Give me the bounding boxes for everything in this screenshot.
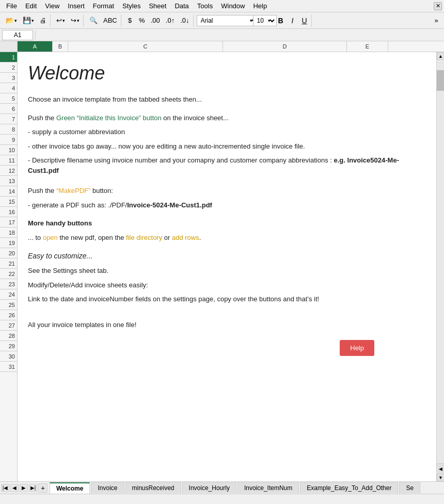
row-header-26[interactable]: 26 bbox=[0, 310, 17, 320]
row-header-31[interactable]: 31 bbox=[0, 362, 17, 372]
menu-format[interactable]: Format bbox=[89, 1, 118, 11]
add-sheet-button[interactable]: + bbox=[38, 483, 47, 493]
row-headers: 1 2 3 4 5 6 7 8 9 10 11 12 13 14 15 16 1… bbox=[0, 52, 18, 481]
col-header-D[interactable]: D bbox=[223, 41, 347, 52]
tab-se[interactable]: Se bbox=[399, 482, 420, 493]
menu-view[interactable]: View bbox=[41, 1, 64, 11]
row-header-29[interactable]: 29 bbox=[0, 341, 17, 351]
sheet-tabs-bar: |◀ ◀ ▶ ▶| + Welcome Invoice minusReceive… bbox=[0, 481, 444, 494]
row-header-13[interactable]: 13 bbox=[0, 176, 17, 186]
row-header-8[interactable]: 8 bbox=[0, 124, 17, 135]
row-header-6[interactable]: 6 bbox=[0, 104, 17, 114]
row-header-30[interactable]: 30 bbox=[0, 351, 17, 362]
section1-label: Push the bbox=[28, 114, 56, 122]
row-header-1[interactable]: 1 bbox=[0, 52, 17, 62]
decimal-button[interactable]: .00 bbox=[148, 14, 163, 27]
open-button[interactable]: 📂▾ bbox=[3, 14, 20, 27]
print-button[interactable]: 🖨 bbox=[37, 14, 49, 27]
tab-last-button[interactable]: ▶| bbox=[29, 484, 37, 492]
font-size-select[interactable]: 10 bbox=[253, 15, 277, 26]
col-header-B[interactable]: B bbox=[53, 41, 68, 52]
row-header-11[interactable]: 11 bbox=[0, 155, 17, 166]
tab-invoice-itemnum[interactable]: Invoice_ItemNum bbox=[237, 482, 299, 493]
menu-file[interactable]: File bbox=[2, 1, 21, 11]
intro-text: Choose an invoice template from the tabb… bbox=[28, 94, 426, 105]
scroll-thumb[interactable] bbox=[437, 70, 444, 91]
menu-sheet[interactable]: Sheet bbox=[145, 1, 170, 11]
row-header-14[interactable]: 14 bbox=[0, 186, 17, 197]
save-button[interactable]: 💾▾ bbox=[20, 14, 37, 27]
row-header-22[interactable]: 22 bbox=[0, 269, 17, 279]
style-toolbar-group: B I U bbox=[274, 14, 312, 27]
scroll-track[interactable] bbox=[437, 60, 444, 463]
row-header-2[interactable]: 2 bbox=[0, 62, 17, 73]
tab-welcome[interactable]: Welcome bbox=[50, 482, 90, 494]
more-toolbar-button[interactable]: » bbox=[431, 14, 442, 27]
col-header-E[interactable]: E bbox=[347, 41, 388, 52]
row-header-18[interactable]: 18 bbox=[0, 227, 17, 238]
menu-data[interactable]: Data bbox=[170, 1, 193, 11]
tab-next-button[interactable]: ▶ bbox=[20, 484, 28, 492]
row-header-25[interactable]: 25 bbox=[0, 300, 17, 310]
resize-handle[interactable]: ◀ bbox=[437, 463, 444, 474]
row-header-24[interactable]: 24 bbox=[0, 289, 17, 300]
tab-prev-button[interactable]: ◀ bbox=[10, 484, 19, 492]
row-header-23[interactable]: 23 bbox=[0, 279, 17, 289]
file-toolbar-group: 📂▾ 💾▾ 🖨 bbox=[2, 14, 51, 27]
row-header-3[interactable]: 3 bbox=[0, 73, 17, 83]
bold-button[interactable]: B bbox=[275, 14, 287, 27]
font-dropdown-icon: ▾ bbox=[250, 18, 252, 23]
row-header-15[interactable]: 15 bbox=[0, 197, 17, 207]
row-header-28[interactable]: 28 bbox=[0, 331, 17, 341]
row-header-20[interactable]: 20 bbox=[0, 248, 17, 258]
redo-button[interactable]: ↪▾ bbox=[68, 14, 82, 27]
find-button[interactable]: 🔍 bbox=[87, 14, 100, 27]
scroll-up-button[interactable]: ▲ bbox=[437, 52, 444, 60]
undo-button[interactable]: ↩▾ bbox=[54, 14, 68, 27]
currency-button[interactable]: $ bbox=[124, 14, 136, 27]
row-header-27[interactable]: 27 bbox=[0, 320, 17, 331]
formula-bar bbox=[0, 29, 444, 41]
help-button[interactable]: Help bbox=[340, 340, 374, 356]
menu-styles[interactable]: Styles bbox=[118, 1, 145, 11]
col-header-A[interactable]: A bbox=[18, 41, 53, 52]
menu-tools[interactable]: Tools bbox=[193, 1, 217, 11]
menu-window[interactable]: Window bbox=[217, 1, 249, 11]
tab-first-button[interactable]: |◀ bbox=[1, 484, 9, 492]
underline-button[interactable]: U bbox=[299, 14, 310, 27]
menu-edit[interactable]: Edit bbox=[21, 1, 41, 11]
row-header-4[interactable]: 4 bbox=[0, 83, 17, 93]
row-header-16[interactable]: 16 bbox=[0, 207, 17, 217]
tab-example-easy[interactable]: Example_Easy_To_Add_Other bbox=[300, 482, 398, 493]
easy-section: Easy to customize... See the Settings sh… bbox=[28, 251, 426, 304]
menu-insert[interactable]: Insert bbox=[64, 1, 89, 11]
row-header-19[interactable]: 19 bbox=[0, 238, 17, 248]
open-link: open bbox=[43, 234, 58, 241]
col-header-C[interactable]: C bbox=[68, 41, 223, 52]
row-header-7[interactable]: 7 bbox=[0, 114, 17, 124]
tab-invoice-hourly[interactable]: Invoice_Hourly bbox=[182, 482, 236, 493]
spelling-button[interactable]: ABC bbox=[101, 14, 120, 27]
row-header-9[interactable]: 9 bbox=[0, 135, 17, 145]
menu-help[interactable]: Help bbox=[249, 1, 271, 11]
row-header-12[interactable]: 12 bbox=[0, 166, 17, 176]
italic-button[interactable]: I bbox=[287, 14, 298, 27]
percent-button[interactable]: % bbox=[136, 14, 148, 27]
row-header-21[interactable]: 21 bbox=[0, 258, 17, 269]
modify-text: Modify/Delete/Add invoice sheets easily: bbox=[28, 280, 426, 290]
row-header-17[interactable]: 17 bbox=[0, 217, 17, 227]
search-toolbar-group: 🔍 ABC bbox=[86, 14, 121, 27]
tab-invoice[interactable]: Invoice bbox=[91, 482, 124, 493]
spreadsheet-container: A B C D E 1 2 3 4 5 6 7 8 9 10 11 12 13 bbox=[0, 41, 444, 481]
decimal-remove-button[interactable]: .0↓ bbox=[178, 14, 192, 27]
row-header-5[interactable]: 5 bbox=[0, 93, 17, 104]
decimal-add-button[interactable]: .0↑ bbox=[163, 14, 177, 27]
row-header-10[interactable]: 10 bbox=[0, 145, 17, 155]
link-text: Link to the date and invoiceNumber field… bbox=[28, 294, 426, 304]
font-select[interactable]: Arial bbox=[197, 15, 259, 26]
tab-minus-received[interactable]: minusReceived bbox=[125, 482, 181, 493]
name-box[interactable] bbox=[2, 30, 33, 40]
close-button[interactable]: ✕ bbox=[434, 2, 442, 10]
welcome-heading: Welcome bbox=[28, 62, 426, 84]
scroll-down-button[interactable]: ▼ bbox=[437, 474, 444, 481]
